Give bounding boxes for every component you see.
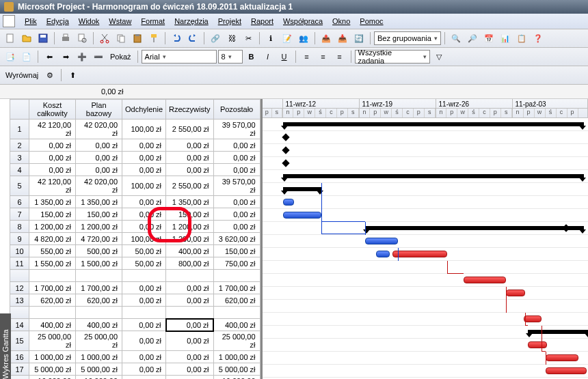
cell[interactable]: 0,00 zł	[166, 294, 214, 307]
help-icon[interactable]: ❓	[531, 31, 546, 46]
cell[interactable]: 0,00 zł	[122, 376, 166, 380]
menu-wspolpraca[interactable]: Współpraca	[279, 16, 327, 27]
filter-dropdown[interactable]: Wszystkie zadania	[355, 50, 430, 64]
cell[interactable]: 25 000,00 zł	[29, 331, 76, 351]
cell[interactable]: 0,00 zł	[166, 331, 214, 351]
align-right-icon[interactable]: ≡	[332, 49, 347, 64]
menu-narzedzia[interactable]: Narzędzia	[170, 16, 213, 27]
cell[interactable]: 550,00 zł	[29, 245, 76, 257]
row-number[interactable]: 14	[10, 319, 29, 331]
col-rzecz[interactable]: Rzeczywisty	[166, 100, 214, 120]
table-row[interactable]: 30,00 zł0,00 zł0,00 zł0,00 zł0,00 zł	[10, 152, 260, 164]
gantt-row[interactable]	[263, 222, 588, 235]
gantt-row[interactable]	[263, 235, 588, 248]
gantt-row[interactable]	[263, 261, 588, 274]
row-number[interactable]: 7	[10, 208, 29, 221]
menu-pomoc[interactable]: Pomoc	[356, 16, 387, 27]
cell[interactable]: 0,00 zł	[166, 351, 214, 363]
cell[interactable]: 1 000,00 zł	[76, 351, 122, 363]
table-row[interactable]: 1525 000,00 zł25 000,00 zł0,00 zł0,00 zł…	[10, 331, 260, 351]
print-preview-icon[interactable]	[75, 31, 90, 46]
cell[interactable]: 0,00 zł	[213, 164, 260, 176]
menu-projekt[interactable]: Projekt	[214, 16, 245, 27]
collab-icon[interactable]: 🔄	[351, 31, 366, 46]
gantt-row[interactable]	[263, 118, 588, 131]
gantt-row[interactable]	[263, 339, 588, 352]
cell[interactable]: 1 200,00 zł	[166, 221, 214, 233]
cell[interactable]: 0,00 zł	[29, 164, 76, 176]
cell[interactable]: 2 550,00 zł	[166, 120, 214, 139]
cell[interactable]: 0,00 zł	[76, 164, 122, 176]
table-row[interactable]: 94 820,00 zł4 720,00 zł100,00 zł1 200,00…	[10, 233, 260, 245]
cell[interactable]: 1 550,00 zł	[29, 257, 76, 270]
gantt-body[interactable]	[263, 118, 588, 378]
gantt-row[interactable]	[263, 287, 588, 300]
cell[interactable]: 25 000,00 zł	[76, 331, 122, 351]
gantt-bar[interactable]	[546, 354, 578, 361]
col-poz[interactable]: Pozostało	[213, 100, 260, 120]
table-row[interactable]: 61 350,00 zł1 350,00 zł0,00 zł1 350,00 z…	[10, 196, 260, 208]
cell[interactable]: 0,00 zł	[122, 319, 166, 331]
gantt-row[interactable]	[263, 326, 588, 339]
table-row[interactable]: 142 120,00 zł42 020,00 zł100,00 zł2 550,…	[10, 120, 260, 139]
table-row[interactable]: 111 550,00 zł1 500,00 zł50,00 zł800,00 z…	[10, 257, 260, 270]
cell[interactable]: 1 700,00 zł	[29, 282, 76, 294]
cell[interactable]: 0,00 zł	[122, 208, 166, 221]
gantt-bar[interactable]	[283, 174, 584, 178]
milestone-icon[interactable]	[282, 146, 289, 154]
view-label[interactable]: Wykres Gantta	[0, 313, 11, 379]
redo-icon[interactable]	[185, 31, 200, 46]
cell[interactable]: 16 000,00 zł	[29, 376, 76, 380]
cell[interactable]: 150,00 zł	[76, 208, 122, 221]
row-number[interactable]: 13	[10, 294, 29, 307]
paste-icon[interactable]	[130, 31, 145, 46]
cell[interactable]: 50,00 zł	[122, 257, 166, 270]
gantt-row[interactable]	[263, 144, 588, 157]
cell[interactable]: 800,00 zł	[166, 257, 214, 270]
outdent-icon[interactable]: ⬅	[42, 49, 57, 64]
cell[interactable]: 42 120,00 zł	[29, 176, 76, 196]
print-icon[interactable]	[58, 31, 73, 46]
gantt-bar[interactable]	[365, 238, 398, 244]
gantt-row[interactable]	[263, 274, 588, 287]
menu-edycja[interactable]: Edycja	[42, 16, 73, 27]
cell[interactable]: 16 000,00 zł	[76, 376, 122, 380]
row-number[interactable]: 3	[10, 152, 29, 164]
gantt-bar[interactable]	[283, 187, 321, 191]
fontsize-dropdown[interactable]: 8	[218, 50, 243, 64]
info-icon[interactable]: ℹ	[263, 31, 278, 46]
underline-button[interactable]: U	[277, 49, 292, 64]
copy-pic-icon[interactable]: 📋	[514, 31, 529, 46]
cell[interactable]: 0,00 zł	[122, 363, 166, 376]
hide-subtasks-icon[interactable]: ➖	[91, 49, 106, 64]
assign-icon[interactable]: 👥	[296, 31, 311, 46]
font-dropdown[interactable]: Arial	[142, 50, 217, 64]
cell[interactable]: 0,00 zł	[122, 294, 166, 307]
show-label[interactable]: Pokaż	[107, 53, 134, 61]
col-odch[interactable]: Odchylenie	[122, 100, 166, 120]
row-number[interactable]: 6	[10, 196, 29, 208]
autofilter-icon[interactable]: ▽	[431, 49, 446, 64]
gantt-bar[interactable]	[528, 330, 588, 334]
row-number[interactable]: 2	[10, 139, 29, 152]
cell[interactable]: 0,00 zł	[213, 221, 260, 233]
table-row[interactable]: 20,00 zł0,00 zł0,00 zł0,00 zł0,00 zł	[10, 139, 260, 152]
cell[interactable]: 150,00 zł	[166, 208, 214, 221]
gantt-row[interactable]	[263, 365, 588, 378]
gantt-chart[interactable]: ps 11-wrz-12npwścps 11-wrz-19npwścps 11-…	[260, 99, 588, 379]
cell[interactable]: 620,00 zł	[29, 294, 76, 307]
cell[interactable]: 42 020,00 zł	[76, 176, 122, 196]
table-row[interactable]: 542 120,00 zł42 020,00 zł100,00 zł2 550,…	[10, 176, 260, 196]
table-row[interactable]: 14400,00 zł400,00 zł0,00 zł0,00 zł400,00…	[10, 319, 260, 331]
milestone-icon[interactable]	[282, 133, 289, 141]
menu-format[interactable]: Format	[137, 16, 169, 27]
gantt-row[interactable]	[263, 170, 588, 183]
cell[interactable]: 25 000,00 zł	[213, 331, 260, 351]
cell[interactable]: 1 350,00 zł	[76, 196, 122, 208]
cell[interactable]: 42 020,00 zł	[76, 120, 122, 139]
cell[interactable]: 0,00 zł	[166, 282, 214, 294]
cell[interactable]: 0,00 zł	[29, 152, 76, 164]
cell[interactable]: 100,00 zł	[122, 233, 166, 245]
notes-icon[interactable]: 📝	[280, 31, 295, 46]
cell[interactable]: 4 720,00 zł	[76, 233, 122, 245]
